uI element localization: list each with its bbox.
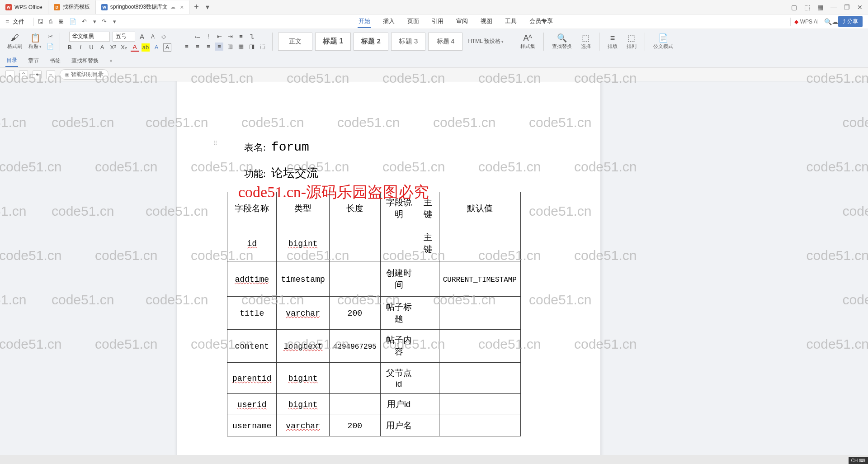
collapse-button[interactable]: − (46, 70, 55, 79)
menu-cite[interactable]: 引用 (431, 15, 444, 28)
save-as-icon[interactable]: ⎙ (49, 18, 52, 25)
official-mode-button[interactable]: 📄公文模式 (651, 32, 676, 51)
superscript-icon[interactable]: X² (109, 43, 117, 52)
align-left-icon[interactable]: ≡ (183, 43, 191, 51)
align-center-icon[interactable]: ≡ (193, 43, 202, 51)
drag-handle-icon[interactable]: ⠿ (213, 140, 217, 147)
select-button[interactable]: ⬚选择 (578, 32, 594, 51)
shrink-font-icon[interactable]: A (149, 33, 157, 41)
table-row[interactable]: id bigint 主键 (227, 225, 521, 261)
char-border-icon[interactable]: A (163, 43, 171, 52)
menu-view[interactable]: 视图 (480, 15, 493, 28)
style-heading4[interactable]: 标题 4 (428, 33, 462, 51)
style-sets-button[interactable]: Aᴬ样式集 (518, 32, 538, 51)
file-menu[interactable]: 文件 (13, 18, 24, 26)
tab-document[interactable]: W springboot8t93数据库文 ☁ × (96, 0, 190, 14)
new-tab-button[interactable]: + (189, 2, 203, 12)
shading-icon[interactable]: A (152, 43, 160, 52)
close-icon[interactable]: ✕ (857, 4, 863, 11)
table-row[interactable]: userid bigint 用户id (227, 394, 521, 415)
tab-template[interactable]: D 找稻壳模板 (48, 0, 96, 14)
preview-icon[interactable]: 📄 (69, 18, 76, 25)
clear-format-icon[interactable]: ◇ (160, 33, 168, 41)
number-list-icon[interactable]: ⦙ (204, 33, 212, 41)
cut-icon[interactable]: ✂ (46, 33, 54, 41)
expand-button[interactable]: + (33, 70, 42, 79)
strike-icon[interactable]: A (98, 43, 106, 52)
table-row[interactable]: addtime timestamp 创建时间 CURRENT_TIMESTAMP (227, 261, 521, 297)
font-select[interactable] (69, 32, 110, 42)
ime-indicator[interactable]: CH ⌨ (849, 457, 868, 464)
paste-button[interactable]: 📋 粘贴▾ (27, 32, 43, 51)
tab-chapter[interactable]: 章节 (27, 55, 40, 66)
tab-wps-office[interactable]: W WPS Office (0, 0, 48, 14)
document-page[interactable]: ⠿ 表名: forum 功能: 论坛交流 字段名称 类型 长度 字段说明 主键 … (177, 81, 600, 455)
db-schema-table[interactable]: 字段名称 类型 长度 字段说明 主键 默认值 id bigint 主键 (227, 192, 521, 436)
linespace-icon[interactable]: ≡ (237, 33, 245, 41)
menu-start[interactable]: 开始 (358, 15, 371, 28)
tab-nav-close-icon[interactable]: × (108, 56, 113, 66)
undo-icon[interactable]: ↶ (82, 18, 87, 25)
collapse-down-button[interactable]: ⌄ (5, 70, 14, 79)
cloud-icon[interactable]: ☁ (832, 18, 838, 25)
style-normal[interactable]: 正文 (278, 33, 312, 51)
search-icon[interactable]: 🔍 (824, 18, 832, 25)
redo-dropdown-icon[interactable]: ▾ (113, 18, 116, 25)
table-row[interactable]: username varchar 200 用户名 (227, 415, 521, 436)
bold-icon[interactable]: B (66, 43, 74, 52)
document-area[interactable]: ⠿ 表名: forum 功能: 论坛交流 字段名称 类型 长度 字段说明 主键 … (0, 81, 868, 455)
smart-toc-button[interactable]: ◎ 智能识别目录 (60, 69, 108, 80)
copy-icon[interactable]: 📄 (46, 43, 54, 51)
maximize-icon[interactable]: ❐ (844, 4, 850, 11)
undo-dropdown-icon[interactable]: ▾ (93, 18, 96, 25)
subscript-icon[interactable]: X₂ (120, 43, 128, 52)
save-icon[interactable]: 🖫 (38, 18, 43, 25)
font-color-icon[interactable]: A (131, 43, 139, 52)
table-row[interactable]: parentid bigint 父节点id (227, 363, 521, 394)
italic-icon[interactable]: I (76, 43, 85, 52)
tab-close-icon[interactable]: × (180, 4, 184, 11)
menu-page[interactable]: 页面 (406, 15, 420, 28)
style-heading2[interactable]: 标题 2 (354, 33, 388, 51)
menu-tool[interactable]: 工具 (504, 15, 518, 28)
style-html[interactable]: HTML 预设格▾ (465, 38, 506, 45)
columns-icon[interactable]: ▥ (226, 43, 234, 51)
sort-icon[interactable]: ⇅ (248, 33, 256, 41)
arrange-button[interactable]: ≡排版 (605, 33, 620, 51)
style-heading3[interactable]: 标题 3 (391, 33, 426, 51)
window-box-icon[interactable]: ▢ (791, 4, 797, 11)
grow-font-icon[interactable]: A (138, 33, 146, 41)
highlight-icon[interactable]: ab (142, 43, 150, 52)
menu-insert[interactable]: 插入 (382, 15, 396, 28)
font-size-select[interactable] (113, 32, 135, 42)
underline-icon[interactable]: U (87, 43, 95, 52)
window-cube-icon[interactable]: ⬚ (804, 4, 810, 11)
sort-button[interactable]: ⬚排列 (624, 32, 639, 51)
tab-find-replace[interactable]: 查找和替换 (71, 55, 99, 66)
menu-review[interactable]: 审阅 (455, 15, 469, 28)
format-painter-button[interactable]: 🖌 格式刷 (5, 32, 24, 51)
borders-icon[interactable]: ▦ (237, 43, 245, 51)
share-button[interactable]: ⤴ 分享 (838, 16, 863, 27)
indent-icon[interactable]: ⇥ (226, 33, 234, 41)
table-row[interactable]: content longtext 4294967295 帖子内容 (227, 330, 521, 363)
move-up-button[interactable]: ⌃ (19, 70, 28, 79)
align-justify-icon[interactable]: ≡ (215, 43, 223, 51)
avatar-icon[interactable]: ▦ (817, 4, 823, 11)
bullet-list-icon[interactable]: ≔ (193, 33, 202, 41)
tab-bookmark[interactable]: 书签 (49, 55, 61, 66)
style-heading1[interactable]: 标题 1 (315, 33, 351, 51)
menu-member[interactable]: 会员专享 (528, 15, 554, 28)
tab-toc[interactable]: 目录 (5, 55, 18, 67)
redo-icon[interactable]: ↷ (102, 18, 107, 25)
tab-list-dropdown[interactable]: ▾ (203, 3, 212, 11)
minimize-icon[interactable]: — (830, 4, 837, 11)
shading-fill-icon[interactable]: ◨ (248, 43, 256, 51)
align-right-icon[interactable]: ≡ (204, 43, 212, 51)
print-icon[interactable]: 🖶 (58, 18, 64, 25)
hamburger-icon[interactable]: ≡ (5, 18, 9, 25)
wps-ai-button[interactable]: ◆WPS AI (794, 19, 819, 25)
find-replace-button[interactable]: 🔍查找替换 (549, 32, 575, 51)
table-row[interactable]: title varchar 200 帖子标题 (227, 297, 521, 330)
paragraph-shade-icon[interactable]: ⬚ (259, 43, 267, 51)
